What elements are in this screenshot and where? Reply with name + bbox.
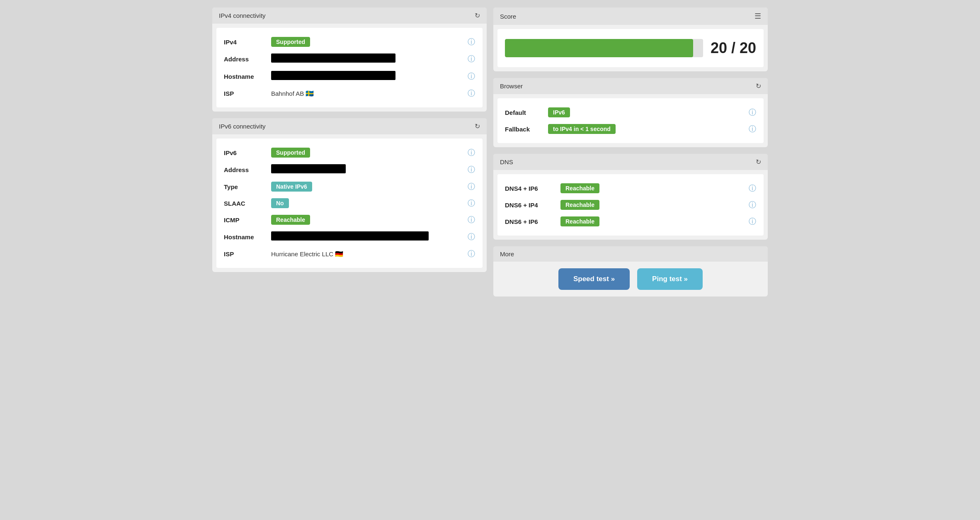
ipv4-section-title: IPv4 connectivity (219, 12, 266, 19)
dns-label-2: DNS6 + IP6 (505, 218, 555, 225)
ipv4-status-row: IPv4 Supported ⓘ (224, 34, 475, 50)
ipv4-isp-name: Bahnhof AB (271, 90, 304, 97)
ipv4-body: IPv4 Supported ⓘ Address ⓘ Hostname (216, 28, 483, 107)
right-column: Score ☰ 20 / 20 Browser ↻ (493, 7, 768, 296)
ipv6-refresh-icon[interactable]: ↻ (475, 122, 480, 130)
ipv4-help-icon[interactable]: ⓘ (468, 37, 475, 47)
ipv6-section-title: IPv6 connectivity (219, 123, 266, 130)
dns-help-icon-2[interactable]: ⓘ (749, 216, 756, 226)
score-section-title: Score (500, 13, 516, 20)
ipv6-supported-badge: Supported (271, 148, 310, 158)
ipv4-isp-row: ISP Bahnhof AB 🇸🇪 ⓘ (224, 85, 475, 102)
dns-refresh-icon[interactable]: ↻ (756, 158, 761, 166)
ipv4-hostname-row: Hostname ⓘ (224, 68, 475, 85)
ipv6-address-row: Address ⓘ (224, 161, 475, 178)
ipv4-address-row: Address ⓘ (224, 50, 475, 68)
ipv6-isp-flag: 🇩🇪 (335, 250, 343, 258)
ipv6-hostname-redacted (271, 231, 429, 241)
ipv6-type-badge: Native IPv6 (271, 182, 312, 192)
ipv6-help-icon[interactable]: ⓘ (468, 148, 475, 158)
ipv4-isp-label: ISP (224, 90, 265, 97)
ipv6-card: IPv6 connectivity ↻ IPv6 Supported ⓘ Add… (212, 118, 487, 272)
ipv4-hostname-label: Hostname (224, 73, 265, 80)
ipv4-label: IPv4 (224, 39, 265, 46)
speed-test-button[interactable]: Speed test » (558, 268, 630, 290)
ipv4-address-value (271, 53, 462, 64)
browser-fallback-row: Fallback to IPv4 in < 1 second ⓘ (505, 121, 756, 137)
dns-card: DNS ↻ DNS4 + IP6 Reachable ⓘ DNS6 + IP4 … (493, 154, 768, 240)
ipv6-hostname-value (271, 231, 462, 242)
dns-row-0: DNS4 + IP6 Reachable ⓘ (505, 180, 756, 197)
ipv6-address-value (271, 164, 462, 175)
score-bar-fill (505, 39, 693, 57)
ipv6-isp-help-icon[interactable]: ⓘ (468, 249, 475, 259)
more-buttons: Speed test » Ping test » (493, 262, 768, 296)
browser-default-help-icon[interactable]: ⓘ (749, 107, 756, 117)
ipv4-isp-value: Bahnhof AB 🇸🇪 (271, 90, 462, 97)
ipv6-type-label: Type (224, 183, 265, 190)
browser-fallback-help-icon[interactable]: ⓘ (749, 124, 756, 134)
dns-header: DNS ↻ (493, 154, 768, 170)
browser-header: Browser ↻ (493, 78, 768, 94)
browser-body: Default IPv6 ⓘ Fallback to IPv4 in < 1 s… (497, 98, 764, 143)
dns-help-icon-1[interactable]: ⓘ (749, 200, 756, 210)
dns-label-1: DNS6 + IP4 (505, 202, 555, 209)
ipv6-type-help-icon[interactable]: ⓘ (468, 182, 475, 192)
ipv6-slaac-badge: No (271, 198, 289, 208)
browser-card: Browser ↻ Default IPv6 ⓘ Fallback to IPv… (493, 78, 768, 147)
score-list-icon[interactable]: ☰ (754, 12, 761, 21)
ipv6-type-row: Type Native IPv6 ⓘ (224, 178, 475, 195)
score-bar-track (505, 39, 703, 57)
ipv6-type-value: Native IPv6 (271, 182, 462, 192)
ipv6-icmp-help-icon[interactable]: ⓘ (468, 215, 475, 225)
ipv6-body: IPv6 Supported ⓘ Address ⓘ Type (216, 139, 483, 268)
dns-value-2: Reachable (560, 216, 743, 226)
dns-body: DNS4 + IP6 Reachable ⓘ DNS6 + IP4 Reacha… (497, 174, 764, 236)
dns-label-0: DNS4 + IP6 (505, 185, 555, 192)
ipv6-address-redacted (271, 164, 346, 173)
left-column: IPv4 connectivity ↻ IPv4 Supported ⓘ Add… (212, 7, 487, 296)
ipv6-hostname-help-icon[interactable]: ⓘ (468, 232, 475, 242)
main-grid: IPv4 connectivity ↻ IPv4 Supported ⓘ Add… (212, 7, 768, 296)
more-card: More Speed test » Ping test » (493, 246, 768, 296)
ipv6-address-help-icon[interactable]: ⓘ (468, 165, 475, 175)
ipv4-isp-help-icon[interactable]: ⓘ (468, 88, 475, 98)
ipv6-slaac-row: SLAAC No ⓘ (224, 195, 475, 211)
dns-row-1: DNS6 + IP4 Reachable ⓘ (505, 197, 756, 213)
ipv4-address-help-icon[interactable]: ⓘ (468, 54, 475, 64)
browser-default-label: Default (505, 109, 542, 116)
browser-refresh-icon[interactable]: ↻ (756, 82, 761, 90)
ipv4-refresh-icon[interactable]: ↻ (475, 12, 480, 19)
ipv4-supported-badge: Supported (271, 37, 310, 47)
ipv6-isp-label: ISP (224, 250, 265, 258)
browser-default-badge: IPv6 (548, 107, 570, 117)
ipv4-header: IPv4 connectivity ↻ (212, 7, 487, 24)
browser-section-title: Browser (500, 83, 523, 90)
score-card: Score ☰ 20 / 20 (493, 7, 768, 71)
dns-badge-1: Reachable (560, 200, 599, 210)
dns-section-title: DNS (500, 158, 513, 165)
more-header: More (493, 246, 768, 262)
dns-row-2: DNS6 + IP6 Reachable ⓘ (505, 213, 756, 230)
dns-value-1: Reachable (560, 200, 743, 210)
ipv6-icmp-value: Reachable (271, 215, 462, 225)
ping-test-button[interactable]: Ping test » (637, 268, 703, 290)
ipv4-isp-flag: 🇸🇪 (306, 90, 314, 97)
ipv4-hostname-value (271, 71, 462, 82)
ipv4-card: IPv4 connectivity ↻ IPv4 Supported ⓘ Add… (212, 7, 487, 112)
ipv6-status-value: Supported (271, 148, 462, 158)
score-value: 20 / 20 (711, 39, 756, 57)
dns-value-0: Reachable (560, 183, 743, 193)
ipv4-address-redacted (271, 53, 395, 63)
ipv4-status-value: Supported (271, 37, 462, 47)
ipv4-hostname-redacted (271, 71, 395, 80)
score-header: Score ☰ (493, 7, 768, 25)
ipv4-hostname-help-icon[interactable]: ⓘ (468, 71, 475, 81)
ipv6-icmp-badge: Reachable (271, 215, 310, 225)
browser-default-value: IPv6 (548, 107, 743, 117)
score-body: 20 / 20 (497, 29, 764, 67)
more-section-title: More (500, 250, 514, 258)
dns-help-icon-0[interactable]: ⓘ (749, 183, 756, 193)
ipv6-slaac-help-icon[interactable]: ⓘ (468, 198, 475, 208)
dns-badge-2: Reachable (560, 216, 599, 226)
